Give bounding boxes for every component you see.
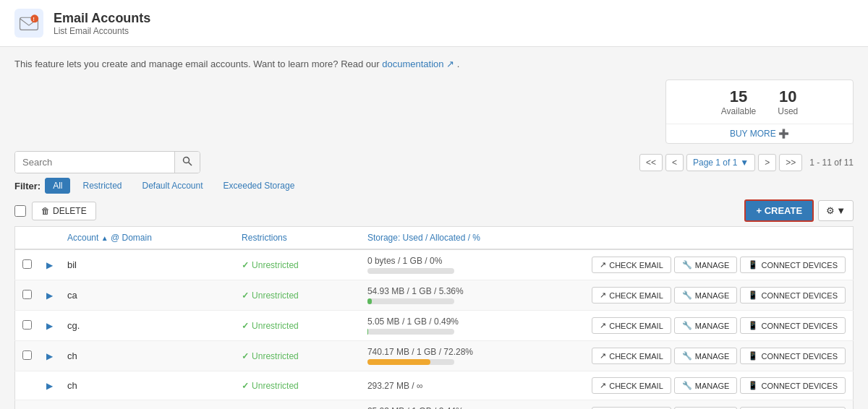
external-link-icon: ↗ xyxy=(600,290,606,300)
row-checkbox[interactable] xyxy=(22,350,32,360)
account-name: bil xyxy=(67,259,77,270)
row-actions-cell: ↗ CHECK EMAIL 🔧 MANAGE 📱 CONNECT DEVICES xyxy=(584,341,853,371)
pagination-last[interactable]: >> xyxy=(779,154,802,171)
search-filter-bar: << < Page 1 of 1 ▼ > >> 1 - 11 of 11 xyxy=(14,151,854,173)
results-count: 1 - 11 of 11 xyxy=(809,158,854,168)
progress-bar-wrapper xyxy=(367,359,454,365)
pagination-page[interactable]: Page 1 of 1 ▼ xyxy=(686,154,755,171)
expand-icon[interactable]: ▶ xyxy=(46,321,53,331)
left-actions: 🗑 DELETE xyxy=(14,202,96,220)
search-button[interactable] xyxy=(174,152,200,173)
stats-box: 15 Available 10 Used BUY MORE ➕ xyxy=(665,79,854,144)
check-email-button[interactable]: ↗ CHECK EMAIL xyxy=(592,377,671,394)
expand-icon[interactable]: ▶ xyxy=(46,290,53,301)
row-actions-cell: ↗ CHECK EMAIL 🔧 MANAGE 📱 CONNECT DEVICES xyxy=(584,249,853,280)
table-row: ▶ ch ✓ Unrestricted 740.17 MB / 1 GB / 7… xyxy=(15,341,854,371)
check-email-button[interactable]: ↗ CHECK EMAIL xyxy=(592,257,671,273)
row-restriction-cell: ✓ Unrestricted xyxy=(234,371,360,400)
phone-icon: 📱 xyxy=(748,321,758,330)
expand-icon[interactable]: ▶ xyxy=(46,260,53,270)
filter-all[interactable]: All xyxy=(45,178,70,194)
right-actions: + CREATE ⚙ ▼ xyxy=(744,199,854,222)
row-account-cell: bil xyxy=(60,249,234,280)
delete-button[interactable]: 🗑 DELETE xyxy=(32,202,96,220)
filter-default-account[interactable]: Default Account xyxy=(135,178,211,194)
manage-button[interactable]: 🔧 MANAGE xyxy=(674,287,738,303)
manage-button[interactable]: 🔧 MANAGE xyxy=(674,348,738,364)
documentation-link[interactable]: documentation ↗ xyxy=(382,59,454,69)
row-checkbox-cell xyxy=(15,400,40,410)
used-stat: 10 Used xyxy=(778,87,798,116)
external-link-icon: ↗ xyxy=(600,351,606,361)
restriction-text: Unrestricted xyxy=(252,351,299,361)
check-email-button[interactable]: ↗ CHECK EMAIL xyxy=(592,287,671,303)
connect-devices-button[interactable]: 📱 CONNECT DEVICES xyxy=(740,317,846,334)
expand-icon[interactable]: ▶ xyxy=(46,351,53,361)
manage-button[interactable]: 🔧 MANAGE xyxy=(674,317,738,334)
row-expand-cell: ▶ xyxy=(39,280,60,311)
row-checkbox-cell xyxy=(15,311,40,341)
buy-more-btn[interactable]: BUY MORE ➕ xyxy=(718,124,801,143)
row-checkbox[interactable] xyxy=(22,320,32,330)
col-storage[interactable]: Storage: Used / Allocated / % xyxy=(360,227,584,250)
pagination-first[interactable]: << xyxy=(639,154,663,171)
col-account[interactable]: Account ▲ @ Domain xyxy=(60,227,234,250)
manage-button[interactable]: 🔧 MANAGE xyxy=(674,257,738,273)
row-checkbox[interactable] xyxy=(22,290,32,299)
stats-row: 15 Available 10 Used xyxy=(666,80,853,124)
page-title: Email Accounts xyxy=(54,11,150,26)
restriction-text: Unrestricted xyxy=(252,260,299,270)
settings-button[interactable]: ⚙ ▼ xyxy=(818,200,854,221)
page-header: ! Email Accounts List Email Accounts xyxy=(0,0,868,47)
filter-label: Filter: xyxy=(14,181,41,191)
check-email-button[interactable]: ↗ CHECK EMAIL xyxy=(592,317,671,334)
trash-icon: 🗑 xyxy=(41,206,50,216)
pagination-next[interactable]: > xyxy=(758,154,776,171)
row-restriction-cell: ✓ Unrestricted xyxy=(234,280,360,311)
connect-devices-button[interactable]: 📱 CONNECT DEVICES xyxy=(740,257,846,273)
search-input[interactable] xyxy=(15,152,174,173)
action-buttons: ↗ CHECK EMAIL 🔧 MANAGE 📱 CONNECT DEVICES xyxy=(592,317,846,334)
connect-devices-button[interactable]: 📱 CONNECT DEVICES xyxy=(740,377,846,394)
used-number: 10 xyxy=(778,87,798,106)
row-checkbox[interactable] xyxy=(22,259,32,269)
table-row: ▶ cg. ✓ Unrestricted 5.05 MB / 1 GB / 0.… xyxy=(15,311,854,341)
phone-icon: 📱 xyxy=(748,351,758,361)
filter-exceeded-storage[interactable]: Exceeded Storage xyxy=(216,178,303,194)
storage-info: 293.27 MB / ∞ xyxy=(367,381,577,391)
select-all-checkbox[interactable] xyxy=(14,205,26,217)
row-storage-cell: 293.27 MB / ∞ xyxy=(360,371,584,400)
row-account-cell: ch xyxy=(60,341,234,371)
row-restriction-cell: ✓ Unrestricted xyxy=(234,341,360,371)
check-icon: ✓ xyxy=(242,260,249,270)
connect-devices-button[interactable]: 📱 CONNECT DEVICES xyxy=(740,287,846,303)
row-actions-cell: ↗ CHECK EMAIL 🔧 MANAGE 📱 CONNECT DEVICES xyxy=(584,280,853,311)
row-storage-cell: 0 bytes / 1 GB / 0% xyxy=(360,249,584,280)
col-expand xyxy=(39,227,60,250)
check-icon: ✓ xyxy=(242,381,249,391)
svg-point-3 xyxy=(184,158,190,163)
check-email-button[interactable]: ↗ CHECK EMAIL xyxy=(592,348,671,364)
progress-bar xyxy=(367,298,372,304)
create-button[interactable]: + CREATE xyxy=(744,199,814,222)
restriction-text: Unrestricted xyxy=(252,381,299,391)
col-restrictions[interactable]: Restrictions xyxy=(234,227,360,250)
row-account-cell: inf xyxy=(60,400,234,410)
col-checkbox xyxy=(15,227,40,250)
row-expand-cell: ▶ xyxy=(39,249,60,280)
filter-restricted[interactable]: Restricted xyxy=(75,178,129,194)
table-row: ▶ inf ✓ Unrestricted 25.03 MB / 1 GB / 2… xyxy=(15,400,854,410)
table-header-row: Account ▲ @ Domain Restrictions Storage:… xyxy=(15,227,854,250)
row-restriction-cell: ✓ Unrestricted xyxy=(234,249,360,280)
progress-bar xyxy=(367,359,430,365)
phone-icon: 📱 xyxy=(748,381,758,390)
row-expand-cell: ▶ xyxy=(39,311,60,341)
page-subtitle: List Email Accounts xyxy=(54,26,150,36)
phone-icon: 📱 xyxy=(748,260,758,270)
action-buttons: ↗ CHECK EMAIL 🔧 MANAGE 📱 CONNECT DEVICES xyxy=(592,287,846,303)
manage-button[interactable]: 🔧 MANAGE xyxy=(674,377,738,394)
connect-devices-button[interactable]: 📱 CONNECT DEVICES xyxy=(740,348,846,364)
expand-icon[interactable]: ▶ xyxy=(46,381,53,391)
pagination-prev[interactable]: < xyxy=(665,154,684,171)
wrench-icon: 🔧 xyxy=(682,381,692,390)
